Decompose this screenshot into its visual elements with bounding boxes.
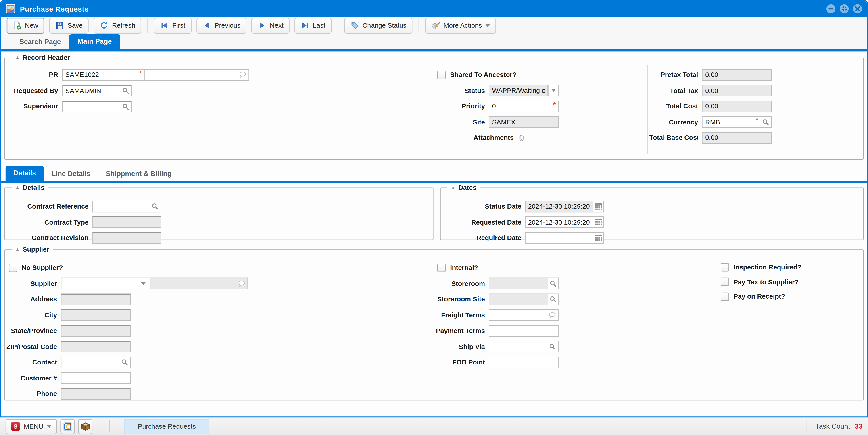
tab-details[interactable]: Details [6,166,44,181]
address-input [61,295,130,305]
save-button[interactable]: Save [49,18,89,33]
task-button-purchase-requests[interactable]: Purchase Requests [124,419,209,434]
change-status-button-label: Change Status [363,22,407,29]
tab-main-page[interactable]: Main Page [69,34,120,49]
requested-date-input[interactable] [526,217,603,228]
contract-reference-row: Contract Reference [6,199,161,214]
long-description-icon[interactable] [549,311,556,319]
payment-terms-row: Payment Terms [395,323,558,339]
first-button-label: First [172,22,185,29]
currency-input[interactable] [703,117,771,127]
minimize-button[interactable] [826,4,836,14]
total-cost-field [702,101,772,112]
supplier-description-input [151,278,247,289]
calendar-icon[interactable] [595,219,602,226]
phone-label: Phone [6,390,57,398]
no-supplier-checkbox[interactable] [9,264,17,272]
main-content: ▲ Record Header PR * [1,52,867,416]
search-icon[interactable] [550,280,556,287]
storeroom-row: Storeroom [395,276,558,292]
collapse-icon[interactable]: ▲ [15,55,20,60]
internal-checkbox[interactable] [437,264,445,272]
pr-description-field [145,69,249,80]
contact-row: Contact [6,355,248,370]
priority-input[interactable] [489,101,558,111]
payment-terms-label: Payment Terms [395,327,485,335]
search-icon[interactable] [550,296,556,303]
new-button-label: New [25,22,38,29]
contact-input[interactable] [61,357,130,368]
pay-on-receipt-checkbox[interactable] [721,292,729,301]
freight-terms-input[interactable] [489,310,558,320]
search-icon[interactable] [549,343,556,350]
paperclip-icon[interactable] [518,134,526,142]
search-icon[interactable] [152,203,158,210]
new-button[interactable]: New [7,18,44,33]
requested-date-label: Requested Date [442,218,522,226]
status-input [489,85,548,96]
refresh-button[interactable]: Refresh [94,18,141,33]
requested-date-field [525,216,604,228]
total-cost-row: Total Cost [649,98,772,114]
pretax-total-row: Pretax Total [649,67,772,83]
requested-by-row: Requested By [6,83,249,99]
next-button[interactable]: Next [252,18,289,33]
contract-reference-input[interactable] [93,201,161,212]
status-date-label: Status Date [442,202,522,210]
first-icon [160,21,169,30]
close-button[interactable] [852,4,863,14]
last-button[interactable]: Last [294,18,331,33]
tab-line-details[interactable]: Line Details [44,166,98,181]
long-description-icon[interactable] [238,280,245,287]
tag-icon [350,21,359,30]
chevron-down-icon[interactable] [141,282,146,285]
taskbar-shortcut-package-button[interactable] [78,419,92,434]
collapse-icon[interactable]: ▲ [15,185,20,190]
status-date-input [526,201,603,212]
customer-number-input[interactable] [61,373,130,383]
collapse-icon[interactable]: ▲ [15,247,20,252]
search-icon[interactable] [762,119,769,125]
supplier-input[interactable] [61,278,150,289]
previous-button[interactable]: Previous [196,18,247,33]
supplier-description-field [151,278,248,289]
long-description-icon[interactable] [239,71,246,78]
requested-by-input[interactable] [63,86,131,96]
storeroom-site-input [489,294,558,305]
menu-button-label: MENU [24,423,43,430]
search-icon[interactable] [122,103,129,110]
supervisor-input[interactable] [63,102,131,112]
menu-button[interactable]: S MENU [6,419,57,434]
pr-input[interactable] [63,70,145,80]
required-date-input[interactable] [526,233,603,243]
status-dropdown-button[interactable] [548,85,559,96]
ship-via-input[interactable] [489,341,558,352]
first-button[interactable]: First [154,18,191,33]
search-icon[interactable] [122,88,129,94]
required-asterisk: * [553,102,556,108]
customer-number-field [61,372,131,384]
status-date-row: Status Date [442,199,604,214]
shared-to-ancestor-checkbox[interactable] [437,71,445,79]
maximize-button[interactable] [839,4,849,14]
last-button-label: Last [313,22,325,29]
required-date-label: Required Date [442,234,522,242]
more-actions-button[interactable]: More Actions [425,18,496,33]
tab-search-page[interactable]: Search Page [11,35,69,49]
total-tax-row: Total Tax [649,83,772,99]
pay-tax-to-supplier-checkbox[interactable] [721,278,729,286]
collapse-icon[interactable]: ▲ [451,185,456,190]
calendar-icon[interactable] [595,203,602,210]
inspection-required-checkbox[interactable] [721,263,729,271]
fob-point-input[interactable] [489,357,558,368]
calendar-icon[interactable] [595,234,602,241]
app-window: Purchase Requests [0,0,868,417]
tab-shipment-billing[interactable]: Shippment & Billing [98,166,179,181]
taskbar-shortcut-window-button[interactable] [61,419,75,434]
storeroom-field [489,278,558,289]
search-icon[interactable] [121,359,128,366]
change-status-button[interactable]: Change Status [344,18,412,33]
payment-terms-input[interactable] [489,326,558,336]
task-count-value: 33 [855,423,862,430]
pr-description-input[interactable] [145,70,249,80]
